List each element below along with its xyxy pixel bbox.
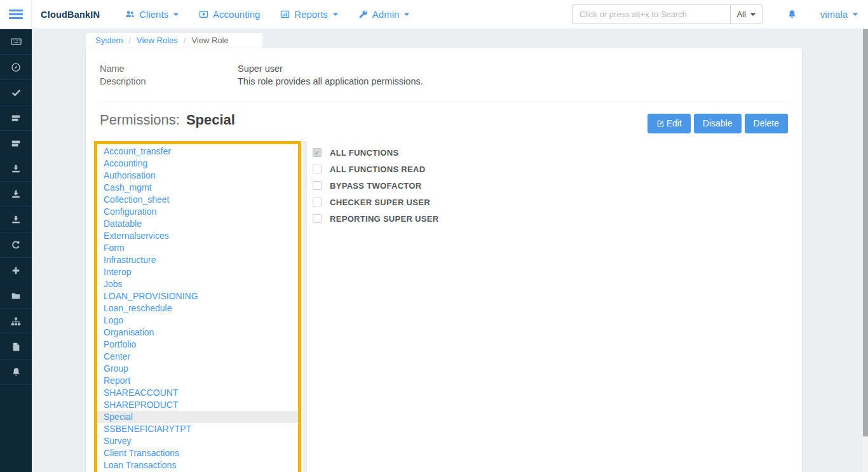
permission-category-shareproduct[interactable]: SHAREPRODUCT [97, 399, 298, 411]
permission-category-infrastructure[interactable]: Infrastructure [97, 254, 298, 266]
chevron-down-icon [404, 13, 409, 16]
sidebar-item-9[interactable] [0, 258, 32, 283]
permission-category-loan-reschedule[interactable]: Loan_reschedule [97, 302, 298, 314]
keyboard-icon [11, 36, 22, 47]
navbar-right: All vimala [572, 4, 858, 24]
permission-category-shareaccount[interactable]: SHAREACCOUNT [97, 387, 298, 399]
menu-admin[interactable]: Admin [358, 9, 410, 20]
checkbox-all-functions-read[interactable] [313, 165, 322, 173]
permission-category-cash-mgmt[interactable]: Cash_mgmt [97, 182, 298, 194]
function-label: ALL FUNCTIONS READ [330, 165, 425, 174]
role-actions: Edit Disable Delete [648, 114, 788, 133]
sidebar-item-6[interactable] [0, 182, 32, 207]
notifications-bell-icon[interactable] [787, 9, 797, 20]
checkbox-all-functions[interactable]: ✓ [313, 148, 322, 157]
sidebar-item-13[interactable] [0, 360, 32, 385]
chevron-down-icon [333, 13, 338, 16]
permission-category-survey[interactable]: Survey [97, 435, 298, 447]
permission-category-collection-sheet[interactable]: Collection_sheet [97, 194, 298, 206]
permission-category-list: Account_transferAccountingAuthorisationC… [94, 141, 301, 472]
permission-category-logo[interactable]: Logo [97, 314, 298, 327]
search-filter-dropdown[interactable]: All [731, 4, 763, 24]
chevron-down-icon [853, 13, 858, 16]
wrench-icon [358, 10, 368, 19]
checkbox-bypass-twofactor[interactable] [313, 181, 322, 190]
sidebar-item-11[interactable] [0, 309, 32, 334]
users-icon [125, 10, 135, 19]
function-row: ALL FUNCTIONS READ [313, 161, 438, 177]
sidebar-item-10[interactable] [0, 283, 32, 309]
list-icon [11, 113, 21, 123]
function-row: CHECKER SUPER USER [313, 194, 438, 210]
role-description-label: Description [100, 76, 238, 88]
permission-category-loan-transactions[interactable]: Loan Transactions [97, 459, 298, 471]
breadcrumb: System / View Roles / View Role [86, 33, 262, 48]
permissions-header: Permissions: Special Edit Disable Delete [100, 112, 788, 133]
permission-category-form[interactable]: Form [97, 242, 298, 254]
page-scrollbar[interactable] [862, 29, 868, 472]
sidebar-item-12[interactable] [0, 334, 32, 360]
selected-category-label: Special [186, 112, 235, 128]
checkbox-checker-super-user[interactable] [313, 198, 322, 206]
permission-category-client-transactions[interactable]: Client Transactions [97, 447, 298, 459]
permission-category-authorisation[interactable]: Authorisation [97, 170, 298, 182]
checkbox-reporting-super-user[interactable] [313, 214, 322, 223]
permission-category-configuration[interactable]: Configuration [97, 206, 298, 218]
function-row: BYPASS TWOFACTOR [313, 177, 438, 194]
sidebar-item-8[interactable] [0, 233, 32, 258]
permission-category-ssbeneficiarytpt[interactable]: SSBENEFICIARYTPT [97, 423, 298, 435]
role-name-label: Name [100, 63, 238, 76]
page-scrollbar-thumb[interactable] [863, 29, 868, 436]
permission-list-scrollbar[interactable] [302, 141, 307, 472]
permission-category-special[interactable]: Special [97, 411, 298, 423]
file-icon [11, 342, 21, 352]
edit-button[interactable]: Edit [648, 114, 691, 133]
sidebar-item-7[interactable] [0, 207, 32, 233]
sidebar-item-5[interactable] [0, 156, 32, 182]
chevron-down-icon [750, 13, 756, 16]
global-search: All [572, 4, 763, 24]
sidebar-item-3[interactable] [0, 105, 32, 131]
user-menu[interactable]: vimala [820, 9, 858, 20]
search-input[interactable] [572, 4, 731, 24]
permission-category-jobs[interactable]: Jobs [97, 278, 298, 290]
sidebar-item-4[interactable] [0, 131, 32, 156]
role-name-row: Name Super user [100, 63, 788, 76]
menu-clients[interactable]: Clients [125, 9, 179, 20]
edit-pencil-icon [656, 119, 665, 128]
delete-button[interactable]: Delete [745, 114, 788, 133]
permission-category-interop[interactable]: Interop [97, 266, 298, 278]
check-icon [11, 87, 22, 98]
role-name-value: Super user [238, 63, 283, 76]
sidebar-item-2[interactable] [0, 80, 32, 105]
permission-category-group[interactable]: Group [97, 363, 298, 375]
permission-category-center[interactable]: Center [97, 351, 298, 363]
permission-category-externalservices[interactable]: Externalservices [97, 230, 298, 242]
bar-chart-icon [280, 10, 290, 19]
compass-icon [11, 62, 21, 72]
sidebar-toggle-button[interactable] [0, 0, 32, 29]
permission-category-datatable[interactable]: Datatable [97, 218, 298, 230]
permissions-body: Account_transferAccountingAuthorisationC… [94, 141, 788, 472]
top-navbar: CloudBankIN Clients Accounting Reports A… [0, 0, 868, 29]
role-card: Name Super user Description This role pr… [86, 48, 802, 472]
breadcrumb-system[interactable]: System [95, 36, 123, 45]
permission-category-accounting[interactable]: Accounting [97, 158, 298, 170]
sidebar-item-0[interactable] [0, 29, 32, 55]
menu-accounting[interactable]: Accounting [199, 9, 260, 20]
function-label: BYPASS TWOFACTOR [330, 181, 421, 191]
menu-reports[interactable]: Reports [280, 9, 338, 20]
function-row: REPORTING SUPER USER [313, 210, 438, 227]
coin-icon [199, 10, 208, 19]
permission-category-portfolio[interactable]: Portfolio [97, 339, 298, 351]
disable-button[interactable]: Disable [694, 114, 742, 133]
refresh-icon [11, 240, 21, 250]
sidebar-item-1[interactable] [0, 55, 32, 80]
permission-category-loan-provisioning[interactable]: LOAN_PROVISIONING [97, 290, 298, 302]
permission-category-organisation[interactable]: Organisation [97, 327, 298, 339]
role-description-row: Description This role provides all appli… [100, 76, 788, 88]
breadcrumb-view-roles[interactable]: View Roles [137, 36, 178, 45]
permission-category-account-transfer[interactable]: Account_transfer [97, 145, 298, 158]
permission-category-report[interactable]: Report [97, 375, 298, 387]
app-logo[interactable]: CloudBankIN [41, 10, 100, 20]
